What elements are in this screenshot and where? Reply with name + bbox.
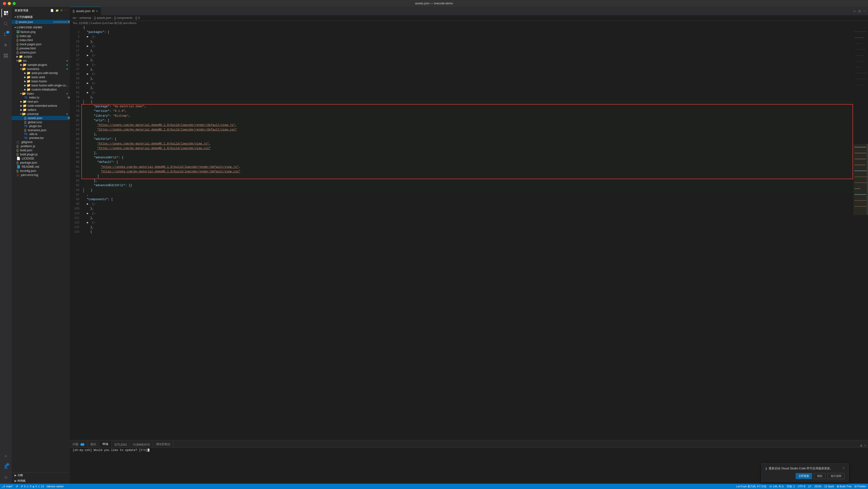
sync-item[interactable]: ↺ — [16, 485, 18, 488]
tree-item-plugin-tsx[interactable]: TS plugin.tsx — [11, 124, 70, 128]
tree-item-scenarios[interactable]: ▾ 📂 scenarios ● — [11, 67, 70, 71]
activity-extensions[interactable] — [1, 51, 10, 60]
tree-item-index-ts[interactable]: TS index.ts M — [11, 96, 70, 99]
position-item[interactable]: 行 148, 列 6 — [769, 485, 784, 488]
maximize-button[interactable] — [12, 2, 16, 5]
build-tree-item[interactable]: ⊞ Build Tree — [837, 485, 852, 488]
spell-item[interactable]: 13 Spell — [824, 485, 834, 488]
panel-tab-output[interactable]: 输出 — [88, 441, 99, 447]
refresh-icon[interactable]: ↺ — [60, 9, 63, 12]
new-file-icon[interactable]: 📄 — [51, 9, 54, 12]
tree-item-universal[interactable]: ▾ 📂 universal ● — [11, 112, 70, 116]
tree-item-preview-tsx[interactable]: TS preview.tsx — [11, 136, 70, 140]
run-icon[interactable]: ▷ — [854, 9, 856, 13]
tabnine-item[interactable]: tabnine starter — [47, 485, 64, 488]
tree-item-license[interactable]: 📄 LICENSE — [11, 156, 70, 161]
tree-item-next-pro[interactable]: ▶ 📁 next-pro — [11, 99, 70, 104]
eol-item[interactable]: LF — [808, 485, 811, 488]
panel-tab-problems[interactable]: 问题 13 — [70, 441, 88, 447]
author-item[interactable]: LeoYuan 叙力的, 6个月前 — [736, 485, 767, 488]
split-editor-icon[interactable]: ⊟ — [858, 9, 861, 13]
git-branch-item[interactable]: ⎇ main* — [2, 485, 13, 488]
close-button[interactable] — [3, 2, 6, 5]
tree-item-schema[interactable]: {} schema.json — [11, 51, 70, 55]
breadcrumb-src[interactable]: src — [73, 16, 76, 20]
tree-item-utils-ts[interactable]: TS utils.ts — [11, 132, 70, 136]
panel-tab-debug[interactable]: 调试控制台 — [153, 441, 174, 447]
collapse-icon[interactable]: ⋯ — [64, 9, 67, 12]
activity-settings[interactable]: ⚙ — [1, 473, 10, 482]
modified-indicator: M — [68, 117, 70, 119]
breadcrumb-assets[interactable]: {} assets.json — [94, 16, 111, 20]
restart-now-button[interactable]: 立即更新 — [796, 473, 812, 479]
activity-explorer[interactable] — [1, 9, 10, 18]
activity-search[interactable] — [1, 20, 10, 28]
code-editor[interactable]: 2 3 10 11 17 18 27 28 37 38 50 51 63 64 — [70, 25, 868, 440]
tree-item-tsconfig[interactable]: {} tsconfig.json — [11, 169, 70, 173]
tree-item-sample-plugins[interactable]: ▶ 📂 sample-plugins ● — [11, 63, 70, 67]
breadcrumb-universal[interactable]: universal — [80, 16, 91, 20]
tree-item-package-json[interactable]: {} package.json — [11, 161, 70, 165]
timeline-section[interactable]: ▶ 时间线 — [11, 478, 70, 484]
activity-account[interactable]: 👤1 — [1, 462, 10, 471]
minimize-button[interactable] — [8, 2, 11, 5]
panel-tab-gitlens[interactable]: GITLENS — [112, 442, 130, 447]
later-button[interactable]: 稍后 — [814, 473, 826, 479]
outline-section[interactable]: ▶ 大纲 — [11, 472, 70, 478]
terminal-content[interactable]: [oh-my-zsh] Would you like to update? [Y… — [70, 448, 868, 484]
errors-item[interactable]: ✗ 0 ⚠ 0 ▲ 0 ⚠ 13 — [21, 485, 44, 488]
indent-item[interactable]: 空格: 2 — [786, 485, 795, 488]
code-line: }, — [83, 225, 854, 230]
folder-chevron-icon: ▶ — [24, 72, 26, 74]
tree-item-index[interactable]: ▾ 📂 index ● — [11, 92, 70, 96]
encoding-item[interactable]: UTF-8 — [798, 485, 805, 488]
tree-item-preview-html[interactable]: {} preview.html — [11, 46, 70, 51]
activity-remote[interactable]: ⊕ — [1, 452, 10, 460]
tree-item-basic-antd[interactable]: ▶ 📁 basic-antd — [11, 75, 70, 79]
activity-run[interactable] — [1, 41, 10, 50]
activity-source-control[interactable]: 3 — [1, 30, 10, 39]
tree-item-yarn-error[interactable]: ⚠ yarn-error.log — [11, 173, 70, 177]
tree-item-index-html[interactable]: {} index.html — [11, 38, 70, 42]
tree-item-basic-fusion-single[interactable]: ▶ 📁 basic-fusion-with-single-component — [11, 83, 70, 87]
tree-item-prettierrc[interactable]: {} .prettierrc.js — [11, 144, 70, 148]
tree-item-readme[interactable]: 📘 README.md — [11, 165, 70, 169]
tree-item-antd-pro[interactable]: ▶ 📁 antd-pro-with-formily — [11, 71, 70, 75]
project-section[interactable]: ▾ LOWCODE-DEMO — [11, 25, 70, 30]
breadcrumb-components[interactable]: [] components — [114, 16, 132, 20]
breadcrumb-item[interactable]: {} 3 — [135, 16, 140, 20]
tree-item-scenarios-json[interactable]: {} scenarios.json — [11, 128, 70, 132]
language-item[interactable]: JSON — [814, 485, 821, 488]
tree-item-build-plugin[interactable]: {} build.plugin.js — [11, 152, 70, 156]
tree-item-index-ejs[interactable]: {} index.ejs — [11, 34, 70, 38]
open-editor-item[interactable]: {} assets.json src/universal M — [11, 20, 70, 24]
terminal-new-icon[interactable]: ⊕ — [860, 444, 862, 447]
code-content[interactable]: { "packages": [ ▶ {— }, ▶ {— }, ▶ {— }, … — [82, 25, 854, 440]
tree-item-mock-pages[interactable]: {} mock-pages.json — [11, 42, 70, 46]
panel-close-icon[interactable]: × — [864, 444, 866, 447]
prettier-item[interactable]: ⊟ Prettier — [855, 485, 866, 488]
tree-item-setters[interactable]: ▶ 📁 setters — [11, 108, 70, 112]
tree-item-basic-fusion[interactable]: ▶ 📁 basic-fusion — [11, 79, 70, 83]
panel-tab-comments[interactable]: COMMENTS — [130, 442, 153, 447]
tab-assets-json[interactable]: {} assets.json M × — [70, 7, 101, 15]
panel-tab-terminal[interactable]: 终端 — [99, 441, 112, 447]
tab-close-icon[interactable]: × — [96, 9, 98, 13]
more-icon[interactable]: ⋯ — [863, 9, 866, 13]
code-line-highlight: "advancedEditUrls": {} — [83, 183, 854, 188]
tree-item-build-json[interactable]: {} build.json — [11, 148, 70, 152]
tree-item-assets-json[interactable]: {} assets.json M — [11, 116, 70, 120]
tree-item-custom-init[interactable]: ▶ 📁 custom-initialization — [11, 87, 70, 92]
tree-item-gitignore[interactable]: ◌ .gitignore — [11, 140, 70, 144]
new-folder-icon[interactable]: 📁 — [56, 9, 59, 12]
release-notes-button[interactable]: 发行说明 — [828, 473, 844, 479]
tree-item-src[interactable]: ▾ 📂 src ● — [11, 59, 70, 63]
tree-item-scripts[interactable]: ▶ 📁 scripts — [11, 55, 70, 59]
tree-item-favicon[interactable]: 🖼 favicon.png — [11, 30, 70, 34]
open-editors-section[interactable]: ▾ 打开的编辑器 — [11, 14, 70, 20]
tree-item-global-scss[interactable]: {} global.scss — [11, 120, 70, 124]
folder-icon: 📁 — [23, 108, 27, 111]
tree-item-node-extended[interactable]: ▶ 📁 node-extended-actions — [11, 104, 70, 108]
svg-rect-3 — [6, 13, 8, 15]
notification-close-icon[interactable]: × — [843, 466, 844, 470]
